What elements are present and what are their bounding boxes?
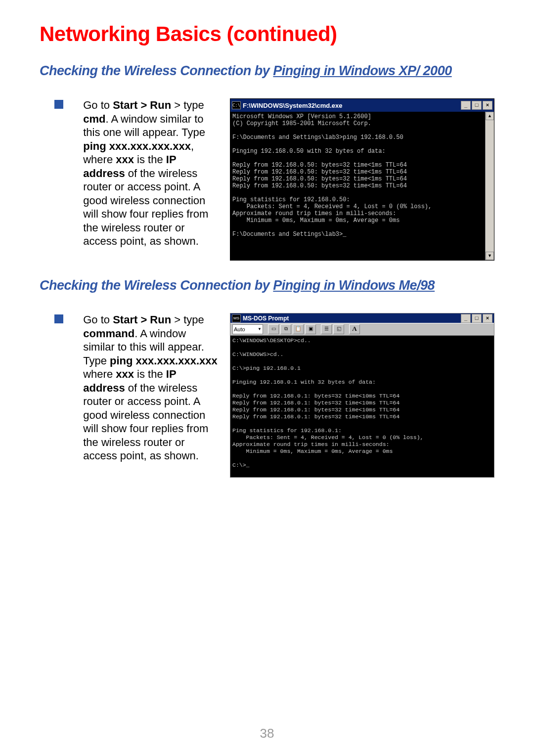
cmd-titlebar: C:\ F:\WINDOWS\System32\cmd.exe _ □ × [230, 99, 494, 112]
toolbar-font-icon[interactable]: A [349, 324, 360, 334]
toolbar-mark-icon[interactable]: ▭ [268, 324, 279, 334]
section1-heading-ul: Pinging in Windows XP/ 2000 [273, 63, 451, 78]
scrollbar[interactable] [485, 112, 494, 260]
cmd-output: Microsoft Windows XP [Version 5.1.2600] … [230, 112, 494, 267]
toolbar-paste-icon[interactable]: 📋 [293, 324, 304, 334]
cmd-body: Microsoft Windows XP [Version 5.1.2600] … [230, 112, 494, 260]
close-button[interactable]: × [483, 314, 492, 323]
scroll-up-button[interactable]: ▲ [486, 112, 494, 120]
dos-icon: MS [232, 314, 241, 322]
dos-titlebar: MS MS-DOS Prompt _ □ × [230, 313, 494, 323]
bullet-icon [54, 100, 63, 109]
section2-heading-ul: Pinging in Windows Me/98 [273, 278, 435, 293]
maximize-button[interactable]: □ [472, 314, 482, 323]
cmd-title-text: F:\WINDOWS\System32\cmd.exe [243, 102, 461, 109]
minimize-button[interactable]: _ [461, 101, 471, 110]
bullet-icon [54, 314, 63, 323]
toolbar-fullscreen-icon[interactable]: ▣ [305, 324, 316, 334]
page-number: 38 [0, 726, 534, 741]
dos-title-text: MS-DOS Prompt [243, 315, 461, 322]
dos-output: C:\WINDOWS\DESKTOP>cd.. C:\WINDOWS>cd.. … [230, 336, 494, 477]
close-button[interactable]: × [483, 101, 492, 110]
cmd-icon: C:\ [232, 101, 241, 109]
cmd-window: C:\ F:\WINDOWS\System32\cmd.exe _ □ × Mi… [230, 98, 494, 261]
toolbar-copy-icon[interactable]: ⧉ [280, 324, 291, 334]
toolbar-properties-icon[interactable]: ☰ [321, 324, 332, 334]
dos-toolbar: Auto▼ ▭ ⧉ 📋 ▣ ☰ ◱ A [230, 323, 494, 336]
dos-window: MS MS-DOS Prompt _ □ × Auto▼ ▭ ⧉ 📋 ▣ [230, 313, 494, 478]
maximize-button[interactable]: □ [472, 101, 482, 110]
dos-body: C:\WINDOWS\DESKTOP>cd.. C:\WINDOWS>cd.. … [230, 336, 494, 477]
scroll-down-button[interactable]: ▼ [486, 252, 494, 260]
section2-heading-pre: Checking the Wireless Connection by [40, 278, 273, 293]
dos-font-select[interactable]: Auto▼ [232, 324, 263, 334]
section1-heading: Checking the Wireless Connection by Ping… [40, 63, 494, 79]
section1-body: Go to Start > Run > type cmd. A window s… [83, 98, 218, 248]
toolbar-background-icon[interactable]: ◱ [333, 324, 344, 334]
section2: Go to Start > Run > type command. A wind… [40, 313, 494, 478]
section2-heading: Checking the Wireless Connection by Ping… [40, 278, 494, 293]
section1-heading-pre: Checking the Wireless Connection by [40, 63, 273, 78]
minimize-button[interactable]: _ [461, 314, 471, 323]
page-title: Networking Basics (continued) [40, 22, 494, 46]
section1: Go to Start > Run > type cmd. A window s… [40, 98, 494, 261]
section2-body: Go to Start > Run > type command. A wind… [83, 313, 218, 463]
